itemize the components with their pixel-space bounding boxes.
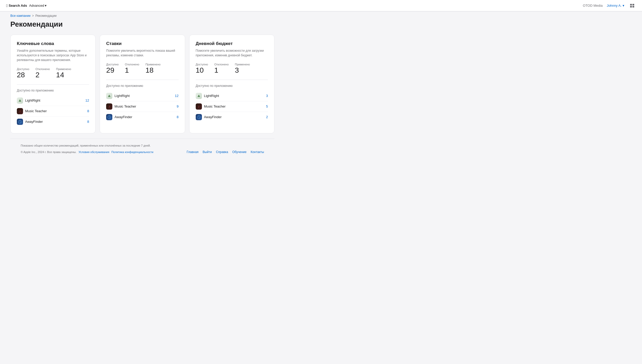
stat-value: 29	[106, 66, 119, 74]
card-daily-budget: Дневной бюджетПомогите увеличить возможн…	[189, 35, 274, 133]
app-row[interactable]: AwayFinder8	[106, 112, 178, 122]
stat-применено: Применено3	[235, 63, 250, 74]
footer-note: Показано общее количество рекомендаций, …	[21, 144, 264, 147]
card-daily-budget-title: Дневной бюджет	[196, 41, 268, 46]
nav-left:  Search Ads Advanced ▾	[6, 3, 47, 8]
card-divider	[17, 84, 89, 85]
footer-link-справка[interactable]: Справка	[216, 150, 228, 154]
app-count: 3	[266, 94, 268, 98]
stat-value: 1	[214, 66, 229, 74]
awayfinder-app-icon	[17, 119, 23, 125]
stat-доступно: Доступно28	[17, 67, 29, 79]
app-name: LightRight	[204, 94, 219, 98]
musicteacher-app-icon: ♪	[17, 108, 23, 114]
stat-применено: Применено18	[145, 63, 160, 74]
app-count: 2	[266, 115, 268, 119]
app-row[interactable]: ♪Music Teacher5	[196, 101, 268, 112]
app-info: AwayFinder	[106, 114, 132, 120]
advanced-label: Advanced	[29, 4, 44, 7]
app-count: 8	[87, 120, 89, 124]
app-row[interactable]: AwayFinder2	[196, 112, 268, 122]
stat-value: 28	[17, 71, 29, 79]
lightright-app-icon	[196, 93, 202, 99]
cards-grid: Ключевые словаУзнайте дополнительные тер…	[10, 35, 274, 133]
stat-доступно: Доступно10	[196, 63, 208, 74]
user-name: Johnny A.	[607, 4, 622, 7]
app-row[interactable]: ♪Music Teacher8	[17, 106, 89, 117]
stat-отклонено: Отклонено1	[214, 63, 229, 74]
footer-link-terms: Условия обслуживания	[78, 150, 109, 154]
app-count: 8	[87, 109, 89, 113]
stat-label: Применено	[56, 67, 71, 71]
nav-right: OTOD Media Johnny A. ▾	[583, 2, 636, 9]
footer-link-обучение[interactable]: Обучение	[232, 150, 246, 154]
search-ads-label: Search Ads	[9, 4, 27, 7]
app-name: AwayFinder	[114, 115, 132, 119]
top-nav:  Search Ads Advanced ▾ OTOD Media Johnn…	[0, 0, 642, 11]
lightright-app-icon	[106, 93, 112, 99]
stat-value: 2	[35, 71, 50, 79]
footer-link-контакты[interactable]: Контакты	[251, 150, 264, 154]
app-info: ♪Music Teacher	[196, 103, 226, 110]
stat-label: Отклонено	[125, 63, 139, 66]
app-name: Music Teacher	[25, 109, 47, 113]
stat-отклонено: Отклонено1	[125, 63, 139, 74]
stat-label: Отклонено	[35, 67, 50, 71]
footer-left: © Apple Inc., 2024 г. Все права защищены…	[21, 150, 153, 154]
app-info: LightRight	[106, 93, 130, 99]
footer-link-главная[interactable]: Главная	[187, 150, 199, 154]
stat-value: 1	[125, 66, 139, 74]
app-count: 12	[85, 98, 89, 102]
card-bids-title: Ставки	[106, 41, 178, 46]
app-name: Music Teacher	[114, 104, 136, 108]
footer: Показано общее количество рекомендаций, …	[10, 139, 274, 159]
user-menu[interactable]: Johnny A. ▾	[607, 4, 624, 7]
app-count: 8	[177, 115, 178, 119]
app-row[interactable]: LightRight12	[17, 95, 89, 106]
app-row[interactable]: LightRight12	[106, 91, 178, 101]
copyright-text: © Apple Inc., 2024 г. Все права защищены…	[21, 150, 76, 154]
stat-label: Доступно	[106, 63, 119, 66]
footer-bottom: © Apple Inc., 2024 г. Все права защищены…	[21, 150, 264, 154]
app-name: LightRight	[114, 94, 130, 98]
app-name: AwayFinder	[204, 115, 222, 119]
card-keywords-apps-title: Доступно по приложению	[17, 89, 89, 92]
breadcrumb: Все кампании > Рекомендации	[0, 11, 642, 20]
terms-link[interactable]: Условия обслуживания	[78, 150, 109, 154]
app-row[interactable]: AwayFinder8	[17, 117, 89, 127]
card-bids-stats: Доступно29Отклонено1Применено18	[106, 63, 178, 74]
app-row[interactable]: ♪Music Teacher9	[106, 101, 178, 112]
card-keywords-stats: Доступно28Отклонено2Применено14	[17, 67, 89, 79]
card-daily-budget-description: Помогите увеличить возможности для загру…	[196, 48, 268, 58]
nav-logo:  Search Ads	[6, 3, 27, 8]
apple-icon: 	[6, 3, 8, 8]
app-row[interactable]: LightRight3	[196, 91, 268, 101]
stat-label: Применено	[145, 63, 160, 66]
app-name: AwayFinder	[25, 120, 43, 124]
stat-value: 3	[235, 66, 250, 74]
breadcrumb-current: Рекомендации	[35, 14, 57, 18]
chevron-down-icon: ▾	[45, 4, 47, 7]
app-name: Music Teacher	[204, 104, 226, 108]
musicteacher-app-icon: ♪	[196, 103, 202, 110]
app-name: LightRight	[25, 98, 40, 102]
card-keywords-description: Узнайте дополнительные термины, которые …	[17, 48, 89, 62]
app-info: LightRight	[17, 97, 40, 104]
layout-toggle-button[interactable]	[629, 2, 636, 9]
card-daily-budget-stats: Доступно10Отклонено1Применено3	[196, 63, 268, 74]
breadcrumb-separator: >	[32, 14, 34, 18]
app-info: AwayFinder	[196, 114, 222, 120]
app-info: ♪Music Teacher	[17, 108, 47, 114]
footer-link-выйти[interactable]: Выйти	[203, 150, 212, 154]
awayfinder-app-icon	[196, 114, 202, 120]
advanced-menu[interactable]: Advanced ▾	[29, 4, 47, 7]
breadcrumb-all-campaigns[interactable]: Все кампании	[10, 14, 31, 18]
page-title: Рекомендации	[10, 20, 274, 28]
org-name: OTOD Media	[583, 4, 603, 7]
app-count: 5	[266, 104, 268, 108]
card-keywords-title: Ключевые слова	[17, 41, 89, 46]
svg-rect-0	[630, 4, 632, 5]
svg-rect-1	[632, 4, 634, 5]
card-bids-description: Помогите увеличить вероятность показа ва…	[106, 48, 178, 58]
privacy-link[interactable]: Политика конфиденциальности	[111, 150, 153, 154]
